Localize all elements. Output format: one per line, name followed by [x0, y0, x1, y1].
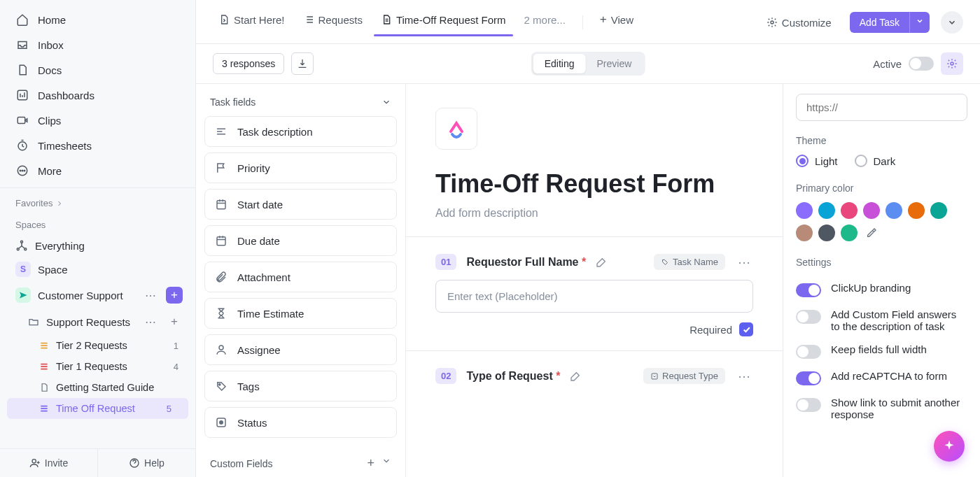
- label: Everything: [35, 240, 183, 252]
- add-view-button[interactable]: +View: [593, 8, 640, 36]
- field-placeholder-input[interactable]: [435, 280, 753, 313]
- more-dots-icon[interactable]: ⋯: [142, 315, 159, 329]
- custom-fields-header[interactable]: Custom Fields +: [204, 443, 397, 471]
- field-card-start-date[interactable]: Start date: [204, 189, 397, 220]
- tab-time-off-form[interactable]: Time-Off Request Form: [374, 10, 513, 36]
- space-everything[interactable]: Everything: [0, 234, 195, 257]
- field-card-attachment[interactable]: Attachment: [204, 262, 397, 292]
- field-card-task-description[interactable]: Task description: [204, 116, 397, 147]
- nav-timesheets[interactable]: Timesheets: [0, 133, 195, 158]
- setting-label: Show link to submit another response: [831, 397, 967, 420]
- add-task-dropdown[interactable]: [909, 12, 930, 33]
- theme-dark[interactable]: Dark: [855, 155, 896, 167]
- mode-preview[interactable]: Preview: [586, 54, 643, 73]
- field-card-due-date[interactable]: Due date: [204, 225, 397, 256]
- invite-button[interactable]: Invite: [0, 449, 98, 477]
- add-custom-field[interactable]: +: [367, 456, 374, 471]
- customize-button[interactable]: Customize: [758, 13, 840, 33]
- form-settings-button[interactable]: [941, 52, 963, 75]
- subbar: 3 responses Editing Preview Active: [196, 44, 980, 84]
- field-card-tags[interactable]: Tags: [204, 371, 397, 401]
- tab-more[interactable]: 2 more...: [517, 10, 573, 36]
- field-card-time-estimate[interactable]: Time Estimate: [204, 298, 397, 329]
- color-swatch[interactable]: [908, 202, 925, 219]
- edit-field-button[interactable]: [570, 371, 581, 382]
- nav-docs[interactable]: Docs: [0, 57, 195, 83]
- setting-switch[interactable]: [796, 345, 821, 359]
- color-swatch[interactable]: [796, 202, 813, 219]
- setting-switch[interactable]: [796, 398, 821, 412]
- field-card-assignee[interactable]: Assignee: [204, 334, 397, 365]
- check-icon: [742, 325, 751, 334]
- tab-start-here[interactable]: Start Here!: [211, 10, 292, 36]
- form-description[interactable]: Add form description: [435, 207, 753, 220]
- more-menu-button[interactable]: [941, 11, 963, 34]
- field-card-status[interactable]: Status: [204, 407, 397, 438]
- add-button[interactable]: +: [166, 313, 183, 330]
- tab-requests[interactable]: Requests: [296, 10, 370, 36]
- setting-label: Add reCAPTCHA to form: [831, 370, 947, 382]
- gear-icon: [946, 58, 958, 69]
- tree-tier1[interactable]: Tier 1 Requests 4: [0, 356, 195, 377]
- color-swatch[interactable]: [841, 225, 858, 241]
- label: Support Requests: [46, 316, 130, 328]
- tree-getting-started[interactable]: Getting Started Guide: [0, 377, 195, 398]
- color-swatch[interactable]: [930, 202, 947, 219]
- edit-field-button[interactable]: [596, 257, 607, 268]
- favorites-header[interactable]: Favorites: [0, 188, 195, 213]
- form-field-1[interactable]: 01 Requestor Full Name * Task Name ⋯ Req…: [406, 237, 783, 351]
- primary-color-header: Primary color: [796, 183, 967, 194]
- nav-inbox[interactable]: Inbox: [0, 32, 195, 57]
- chevron-down-icon[interactable]: [382, 456, 391, 466]
- tree-time-off-request[interactable]: Time Off Request 5: [7, 398, 188, 419]
- color-swatch[interactable]: [841, 202, 858, 219]
- more-dots-icon[interactable]: ⋯: [142, 289, 159, 302]
- tree-tier2[interactable]: Tier 2 Requests 1: [0, 335, 195, 356]
- field-label: Status: [237, 417, 267, 429]
- field-more-button[interactable]: ⋯: [735, 369, 753, 384]
- home-icon: [15, 13, 29, 27]
- responses-button[interactable]: 3 responses: [213, 53, 284, 74]
- tree-support-requests[interactable]: Support Requests ⋯ +: [0, 308, 195, 335]
- field-card-priority[interactable]: Priority: [204, 152, 397, 183]
- nav-home[interactable]: Home: [0, 7, 195, 32]
- space-space[interactable]: S Space: [0, 257, 195, 282]
- svg-point-10: [32, 460, 36, 463]
- setting-switch[interactable]: [796, 283, 821, 297]
- required-checkbox[interactable]: [739, 322, 753, 336]
- color-swatch[interactable]: [886, 202, 902, 219]
- space-customer-support[interactable]: Customer Support ⋯ +: [0, 282, 195, 308]
- list-icon: [303, 14, 314, 25]
- redirect-url-input[interactable]: [796, 94, 967, 121]
- field-name: Type of Request *: [466, 370, 560, 383]
- add-button[interactable]: +: [166, 287, 183, 304]
- logo[interactable]: [435, 108, 477, 150]
- download-button[interactable]: [291, 52, 314, 75]
- help-button[interactable]: Help: [98, 449, 195, 477]
- nav-dashboards[interactable]: Dashboards: [0, 83, 195, 108]
- field-label: Attachment: [237, 271, 290, 283]
- setting-switch[interactable]: [796, 371, 821, 385]
- color-swatch[interactable]: [863, 202, 880, 219]
- spaces-header: Spaces: [0, 213, 195, 234]
- color-picker-button[interactable]: [863, 225, 880, 241]
- ai-fab-button[interactable]: [934, 431, 965, 462]
- field-more-button[interactable]: ⋯: [735, 255, 753, 270]
- form-field-2[interactable]: 02 Type of Request * Request Type ⋯: [406, 351, 783, 408]
- setting-switch[interactable]: [796, 310, 821, 324]
- add-task-button[interactable]: Add Task: [850, 12, 909, 33]
- eyedropper-icon: [866, 227, 877, 239]
- nav-clips[interactable]: Clips: [0, 108, 195, 133]
- form-title[interactable]: Time-Off Request Form: [435, 169, 753, 199]
- nav-more[interactable]: More: [0, 158, 195, 183]
- active-switch[interactable]: [909, 57, 934, 71]
- color-swatch[interactable]: [818, 225, 835, 241]
- task-fields-header[interactable]: Task fields: [204, 97, 397, 116]
- color-swatch[interactable]: [818, 202, 835, 219]
- mode-editing[interactable]: Editing: [533, 54, 586, 73]
- theme-light[interactable]: Light: [796, 155, 838, 167]
- color-swatch[interactable]: [796, 225, 813, 241]
- svg-rect-20: [652, 373, 657, 379]
- form-icon: [381, 14, 392, 25]
- space-badge: S: [15, 262, 31, 277]
